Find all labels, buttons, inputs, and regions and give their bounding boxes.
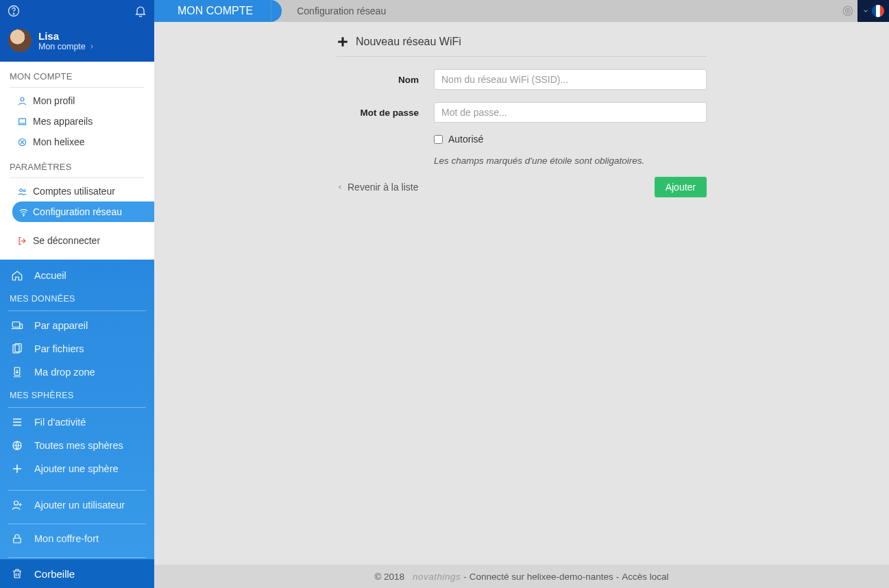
label: Corbeille (34, 568, 75, 580)
main-nav: Accueil MES DONNÉES Par appareil Par fic… (0, 260, 154, 559)
sep: - (463, 572, 467, 582)
sep: - (616, 572, 620, 582)
help-icon[interactable] (7, 4, 21, 18)
plus-bold-icon (337, 36, 349, 48)
label: Se déconnecter (33, 235, 100, 246)
lock-icon (10, 532, 25, 545)
users-icon (16, 186, 27, 197)
label: Mon coffre-fort (34, 533, 99, 544)
nav-vault[interactable]: Mon coffre-fort (0, 527, 154, 550)
bell-icon[interactable] (134, 4, 147, 18)
nav-all-spheres[interactable]: Toutes mes sphères (0, 434, 154, 457)
sidebar-item-devices[interactable]: Mes appareils (0, 111, 154, 132)
sidebar-item-profile[interactable]: Mon profil (0, 90, 154, 111)
user-name: Lisa (38, 30, 95, 42)
copyright: © 2018 (374, 572, 404, 582)
password-input[interactable] (434, 102, 707, 123)
avatar (8, 29, 32, 52)
user-plus-icon (10, 499, 25, 511)
files-icon (10, 343, 25, 355)
laptop-icon (16, 117, 27, 127)
svg-point-14 (14, 501, 19, 505)
nav-add-sphere[interactable]: Ajouter une sphère (0, 457, 154, 480)
account-heading: MON COMPTE (0, 62, 154, 87)
svg-point-6 (23, 189, 25, 191)
label: Mon helixee (33, 136, 85, 147)
account-panel: MON COMPTE Mon profil Mes appareils Mon … (0, 62, 154, 260)
chevron-left-icon (337, 184, 343, 191)
sidebar-item-user-accounts[interactable]: Comptes utilisateur (0, 181, 154, 201)
globe-icon (10, 439, 25, 452)
access-mode: Accès local (622, 572, 668, 582)
flag-fr-icon (872, 5, 884, 17)
dropzone-icon (10, 366, 25, 378)
svg-point-7 (23, 215, 23, 215)
label: Par appareil (34, 320, 88, 331)
svg-rect-15 (14, 538, 21, 543)
wifi-form: Nouveau réseau WiFi Nom Mot de passe Aut… (337, 34, 707, 197)
back-label: Revenir à la liste (348, 182, 419, 193)
nav-by-device[interactable]: Par appareil (0, 314, 154, 337)
divider (10, 87, 145, 88)
sidebar-item-network[interactable]: Configuration réseau (12, 201, 154, 222)
chevron-right-icon (88, 43, 95, 50)
nav-heading-spheres: MES SPHÈRES (0, 384, 154, 404)
connection-status: Connecté sur helixee-demo-nantes (470, 572, 613, 582)
label: Comptes utilisateur (33, 186, 115, 197)
divider (10, 177, 145, 178)
target-icon[interactable] (838, 4, 857, 18)
chevron-down-icon (862, 8, 869, 14)
label: Ajouter une sphère (34, 463, 119, 474)
svg-point-18 (847, 10, 849, 12)
nav-add-user[interactable]: Ajouter un utilisateur (0, 493, 154, 517)
nav-home[interactable]: Accueil (0, 264, 154, 287)
divider (8, 490, 146, 491)
language-selector[interactable] (857, 0, 889, 22)
label: Mes appareils (33, 116, 93, 127)
sidebar-item-logout[interactable]: Se déconnecter (0, 230, 154, 251)
label: Par fichiers (34, 343, 84, 354)
plus-icon (10, 463, 25, 475)
main: Nouveau réseau WiFi Nom Mot de passe Aut… (154, 22, 889, 565)
nav-activity[interactable]: Fil d'activité (0, 411, 154, 434)
user-account-link[interactable]: Mon compte (38, 42, 95, 51)
add-button[interactable]: Ajouter (655, 177, 707, 197)
logout-icon (16, 236, 27, 246)
label: Mon profil (33, 95, 75, 106)
ssid-input[interactable] (434, 69, 707, 90)
settings-heading: PARAMÈTRES (0, 152, 154, 177)
sidebar-item-helixee[interactable]: Mon helixee (0, 132, 154, 152)
helixee-icon (16, 137, 27, 147)
trash-icon (10, 567, 25, 580)
label: Toutes mes sphères (34, 440, 123, 451)
breadcrumb: Configuration réseau (271, 5, 386, 16)
form-title: Nouveau réseau WiFi (356, 36, 461, 48)
home-icon (10, 269, 25, 282)
svg-point-2 (21, 97, 24, 101)
nav-trash[interactable]: Corbeille (0, 559, 154, 588)
label: Fil d'activité (34, 417, 86, 428)
required-note: Les champs marqués d'une étoile sont obl… (434, 156, 707, 166)
divider (8, 310, 146, 311)
svg-point-5 (19, 188, 22, 191)
nav-heading-data: MES DONNÉES (0, 287, 154, 308)
form-title-row: Nouveau réseau WiFi (337, 34, 707, 57)
label: Ajouter un utilisateur (34, 500, 125, 511)
authorized-checkbox[interactable] (434, 135, 443, 144)
wifi-icon (18, 207, 29, 217)
svg-rect-8 (12, 322, 20, 328)
divider (8, 557, 146, 558)
nav-by-files[interactable]: Par fichiers (0, 337, 154, 360)
list-icon (10, 416, 25, 428)
svg-rect-3 (19, 119, 25, 123)
divider (8, 524, 146, 524)
label: Ma drop zone (34, 367, 95, 378)
footer: © 2018 novathings - Connecté sur helixee… (154, 565, 889, 588)
svg-point-1 (13, 14, 14, 14)
nav-dropzone[interactable]: Ma drop zone (0, 360, 154, 384)
user-block: Lisa Mon compte (0, 22, 154, 62)
svg-rect-9 (20, 324, 23, 329)
tab-my-account[interactable]: MON COMPTE (154, 0, 271, 22)
label: Configuration réseau (33, 206, 122, 217)
back-link[interactable]: Revenir à la liste (337, 182, 419, 193)
